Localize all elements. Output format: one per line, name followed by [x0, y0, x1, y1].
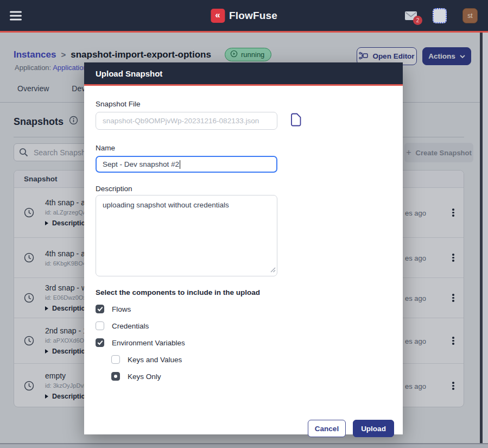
snapshot-file-input[interactable] [96, 112, 277, 130]
flowfuse-logo-icon: « [211, 9, 225, 23]
checkbox-icon[interactable] [96, 321, 104, 330]
radio-icon[interactable] [111, 355, 120, 364]
option-flows[interactable]: Flows [96, 304, 391, 314]
option-environment-variables[interactable]: Environment Variables [96, 338, 391, 348]
brand: « FlowFuse [211, 9, 277, 23]
text-caret [180, 160, 180, 169]
modal-body: Snapshot File Name Sept - Dev snapshot #… [84, 100, 403, 447]
modal-footer: Cancel Upload [308, 420, 394, 437]
snapshot-file-label: Snapshot File [96, 100, 391, 108]
description-field: uploading snapshot without credentials [96, 195, 277, 276]
brand-name: FlowFuse [229, 10, 277, 22]
option-label: Keys Only [128, 373, 161, 381]
modal-title: Upload Snapshot [96, 69, 162, 78]
top-navbar: « FlowFuse 2 st [0, 0, 488, 33]
option-label: Environment Variables [112, 339, 185, 347]
notifications-button[interactable]: 2 [405, 11, 417, 20]
upload-snapshot-modal: Upload Snapshot Snapshot File Name Sept … [84, 62, 403, 434]
navbar-right: 2 st [405, 0, 478, 31]
option-label: Flows [112, 305, 131, 313]
description-textarea[interactable]: uploading snapshot without credentials [96, 195, 277, 276]
notification-badge: 2 [413, 16, 422, 25]
team-avatar-icon[interactable] [433, 8, 447, 23]
option-label: Credentials [112, 322, 149, 330]
resize-grip-icon[interactable] [270, 265, 276, 275]
description-label: Description [96, 185, 391, 193]
option-keys-and-values[interactable]: Keys and Values [111, 355, 391, 364]
name-input[interactable]: Sept - Dev snapshot #2 [96, 156, 277, 173]
file-row [96, 112, 391, 130]
radio-icon[interactable] [111, 372, 120, 381]
checkbox-icon[interactable] [96, 338, 104, 347]
components-label: Select the components to include in the … [96, 288, 391, 296]
document-icon[interactable] [290, 113, 302, 129]
window-edge [483, 33, 488, 443]
upload-button[interactable]: Upload [353, 420, 394, 437]
cancel-button[interactable]: Cancel [308, 420, 346, 437]
option-credentials[interactable]: Credentials [96, 321, 391, 331]
name-value: Sept - Dev snapshot #2 [103, 160, 179, 168]
option-keys-only[interactable]: Keys Only [111, 371, 391, 381]
modal-header: Upload Snapshot [84, 62, 403, 86]
hamburger-menu-icon[interactable] [10, 11, 22, 20]
checkbox-icon[interactable] [96, 305, 104, 313]
app-screen: « FlowFuse 2 st Instances > snapshot-imp… [0, 0, 488, 448]
option-label: Keys and Values [128, 356, 182, 364]
name-label: Name [96, 144, 391, 152]
user-avatar[interactable]: st [462, 8, 478, 23]
